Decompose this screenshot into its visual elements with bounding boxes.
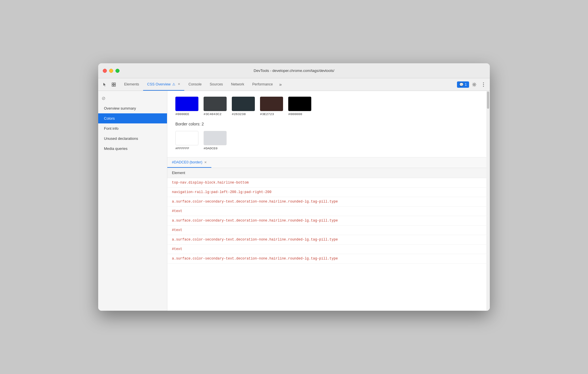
element-row[interactable]: #text xyxy=(167,245,486,254)
svg-point-7 xyxy=(483,86,484,87)
color-swatch[interactable] xyxy=(175,97,198,111)
color-swatch[interactable] xyxy=(232,97,255,111)
element-row[interactable]: #text xyxy=(167,226,486,235)
tab-performance[interactable]: Performance xyxy=(248,78,277,91)
color-hex-label: #263238 xyxy=(232,112,246,116)
element-row[interactable]: a.surface.color-secondary-text.decoratio… xyxy=(167,197,486,207)
element-tab-close-icon[interactable]: ✕ xyxy=(204,161,207,164)
window-title: DevTools - developer.chrome.com/tags/dev… xyxy=(254,68,334,73)
sidebar-item-overview-summary[interactable]: Overview summary xyxy=(98,103,167,113)
element-row[interactable]: #text xyxy=(167,207,486,216)
tab-bar-right: 💬 1 xyxy=(457,78,488,91)
element-row[interactable]: navigation-rail.lg:pad-left-200.lg:pad-r… xyxy=(167,188,486,197)
color-swatch-item[interactable]: #3C4043C2 xyxy=(204,97,227,116)
svg-rect-1 xyxy=(114,83,115,84)
no-entry-icon: ⊘ xyxy=(102,96,105,101)
sidebar-item-unused-declarations[interactable]: Unused declarations xyxy=(98,133,167,144)
chat-icon: 💬 xyxy=(459,83,464,87)
element-list: top-nav.display-block.hairline-bottom na… xyxy=(167,178,486,311)
tab-console[interactable]: Console xyxy=(184,78,206,91)
element-list-header: Element xyxy=(167,168,486,178)
colors-section: #0000EE #3C4043C2 #263238 xyxy=(167,91,486,157)
scrollbar-thumb[interactable] xyxy=(487,91,489,109)
main-area: ⊘ Overview summary Colors Font info Unus… xyxy=(98,91,490,311)
border-hex-label: #FFFFFF xyxy=(175,146,189,150)
svg-point-5 xyxy=(483,82,484,83)
border-hex-label: #DADCE0 xyxy=(204,146,217,150)
color-swatch[interactable] xyxy=(288,97,311,111)
color-swatch[interactable] xyxy=(204,97,227,111)
content-with-scrollbar: #0000EE #3C4043C2 #263238 xyxy=(167,91,490,311)
border-swatch[interactable] xyxy=(175,131,198,145)
element-row[interactable]: a.surface.color-secondary-text.decoratio… xyxy=(167,254,486,264)
border-swatch-item[interactable]: #FFFFFF xyxy=(175,131,198,150)
maximize-button[interactable] xyxy=(115,69,120,73)
traffic-lights xyxy=(103,69,120,73)
svg-rect-3 xyxy=(114,85,115,86)
element-row[interactable]: a.surface.color-secondary-text.decoratio… xyxy=(167,216,486,226)
border-colors-section: Border colors: 2 #FFFFFF #DADCE0 xyxy=(175,122,478,150)
cursor-icon[interactable] xyxy=(100,81,109,89)
color-swatch-item[interactable]: #0000EE xyxy=(175,97,198,116)
sidebar: ⊘ Overview summary Colors Font info Unus… xyxy=(98,91,167,311)
color-hex-label: #3E2723 xyxy=(260,112,274,116)
color-swatch[interactable] xyxy=(260,97,283,111)
border-swatches-row: #FFFFFF #DADCE0 xyxy=(175,131,478,150)
minimize-button[interactable] xyxy=(109,69,113,73)
color-swatch-item[interactable]: #263238 xyxy=(232,97,255,116)
sidebar-item-font-info[interactable]: Font info xyxy=(98,123,167,133)
sidebar-top: ⊘ xyxy=(98,93,167,103)
content-panel: #0000EE #3C4043C2 #263238 xyxy=(167,91,490,311)
element-tab-dadce0[interactable]: #DADCE0 (border) ✕ xyxy=(167,157,211,168)
sidebar-item-media-queries[interactable]: Media queries xyxy=(98,144,167,154)
chat-badge-button[interactable]: 💬 1 xyxy=(457,81,469,88)
more-options-icon[interactable] xyxy=(479,81,488,89)
tab-sources[interactable]: Sources xyxy=(206,78,227,91)
tab-bar-icons xyxy=(100,78,118,91)
color-swatch-item[interactable]: #3E2723 xyxy=(260,97,283,116)
element-panel: #DADCE0 (border) ✕ Element top-nav.displ… xyxy=(167,157,486,311)
color-swatch-item[interactable]: #000000 xyxy=(288,97,311,116)
tab-close-icon[interactable]: ✕ xyxy=(178,82,180,86)
element-row[interactable]: a.surface.color-secondary-text.decoratio… xyxy=(167,235,486,245)
warning-icon: ⚠ xyxy=(172,82,175,86)
element-tabs: #DADCE0 (border) ✕ xyxy=(167,157,486,168)
svg-rect-0 xyxy=(112,83,113,84)
svg-rect-2 xyxy=(112,85,113,86)
color-hex-label: #000000 xyxy=(288,112,302,116)
scrollbar-track[interactable] xyxy=(486,91,490,311)
tab-elements[interactable]: Elements xyxy=(120,78,143,91)
tab-network[interactable]: Network xyxy=(227,78,248,91)
color-hex-label: #0000EE xyxy=(175,112,189,116)
tabs-list: Elements CSS Overview ⚠ ✕ Console Source… xyxy=(120,78,457,91)
settings-icon[interactable] xyxy=(470,81,478,89)
top-color-swatches: #0000EE #3C4043C2 #263238 xyxy=(175,97,478,116)
title-bar: DevTools - developer.chrome.com/tags/dev… xyxy=(98,63,490,78)
tab-css-overview[interactable]: CSS Overview ⚠ ✕ xyxy=(143,78,184,91)
more-tabs-button[interactable]: » xyxy=(277,78,284,91)
border-swatch-item[interactable]: #DADCE0 xyxy=(204,131,227,150)
color-hex-label: #3C4043C2 xyxy=(204,112,221,116)
svg-point-6 xyxy=(483,84,484,85)
svg-point-4 xyxy=(474,84,475,85)
close-button[interactable] xyxy=(103,69,107,73)
element-row[interactable]: top-nav.display-block.hairline-bottom xyxy=(167,178,486,188)
border-colors-heading: Border colors: 2 xyxy=(175,122,478,126)
border-swatch[interactable] xyxy=(204,131,227,145)
sidebar-item-colors[interactable]: Colors xyxy=(98,113,167,123)
inspect-icon[interactable] xyxy=(110,81,118,89)
tab-bar: Elements CSS Overview ⚠ ✕ Console Source… xyxy=(98,78,490,91)
devtools-window: DevTools - developer.chrome.com/tags/dev… xyxy=(98,63,490,311)
